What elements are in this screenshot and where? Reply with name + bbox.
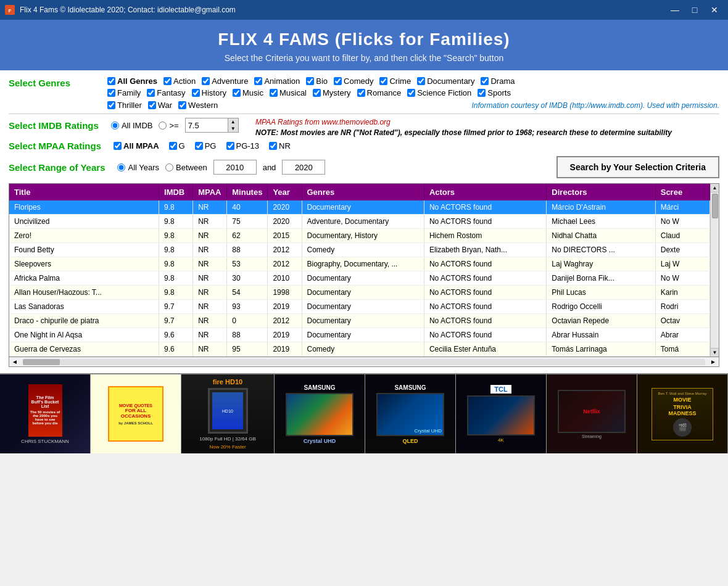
table-cell: Abrar Hussain bbox=[547, 328, 655, 342]
genre-family[interactable]: Family bbox=[107, 88, 141, 97]
imdb-spin-up[interactable]: ▲ bbox=[228, 118, 238, 125]
titlebar-left: F Flix 4 Fams © Idiolectable 2020; Conta… bbox=[5, 5, 236, 15]
mpaa-g[interactable]: G bbox=[169, 141, 185, 151]
ad-filmbuff[interactable]: The Film Buff's Bucket List The 50 movie… bbox=[0, 374, 91, 453]
all-years-text: All Years bbox=[128, 163, 159, 172]
table-cell: Guerra de Cervezas bbox=[9, 342, 159, 357]
genre-war[interactable]: War bbox=[148, 101, 172, 110]
horizontal-scrollbar[interactable]: ◄ ► bbox=[9, 357, 719, 367]
genre-scifi[interactable]: Science Fiction bbox=[407, 88, 471, 97]
genre-comedy[interactable]: Comedy bbox=[334, 76, 373, 86]
imdb-gte-radio-label[interactable]: >= bbox=[159, 121, 178, 130]
genre-animation[interactable]: Animation bbox=[254, 76, 300, 86]
scroll-left-button[interactable]: ◄ bbox=[9, 358, 20, 365]
table-cell: No ACTORS found bbox=[424, 257, 546, 271]
genre-row-3: Thriller War Western bbox=[107, 101, 221, 110]
imdb-gte-radio[interactable] bbox=[159, 122, 167, 130]
genre-adventure[interactable]: Adventure bbox=[202, 76, 248, 86]
scroll-up-button[interactable]: ▲ bbox=[711, 184, 719, 192]
genre-mystery[interactable]: Mystery bbox=[313, 88, 351, 97]
table-row[interactable]: Africka Palma9.8NR302010DocumentaryNo AC… bbox=[9, 271, 710, 286]
table-cell: 54 bbox=[227, 286, 268, 300]
main-content: Select Genres All Genres Action Adventur… bbox=[0, 70, 728, 373]
between-radio[interactable] bbox=[165, 163, 173, 171]
imdb-spin-down[interactable]: ▼ bbox=[228, 125, 238, 132]
table-row[interactable]: Las Sanadoras9.7NR932019DocumentaryNo AC… bbox=[9, 300, 710, 314]
table-cell: 9.8 bbox=[159, 257, 193, 271]
h-scroll-thumb[interactable] bbox=[23, 359, 60, 365]
table-row[interactable]: Guerra de Cervezas9.6NR952019ComedyCecil… bbox=[9, 342, 710, 357]
ad-netflix[interactable]: Netflix Streaming bbox=[547, 374, 637, 453]
ad-samsung-uhd[interactable]: SAMSUNG Crystal UHD bbox=[275, 374, 365, 453]
maximize-button[interactable]: □ bbox=[686, 3, 703, 17]
col-header-genres: Genres bbox=[302, 184, 424, 200]
table-cell: Rodri bbox=[655, 300, 709, 314]
table-cell: 9.8 bbox=[159, 200, 193, 215]
table-cell: Draco - chipurile de piatra bbox=[9, 314, 159, 328]
results-table: Title IMDB MPAA Minutes Year Genres Acto… bbox=[9, 184, 710, 357]
search-button[interactable]: Search by Your Selection Criteria bbox=[556, 156, 719, 178]
mpaa-nr[interactable]: NR bbox=[269, 141, 291, 151]
scroll-down-button[interactable]: ▼ bbox=[711, 348, 719, 357]
genre-bio[interactable]: Bio bbox=[306, 76, 328, 86]
scroll-right-button[interactable]: ► bbox=[708, 358, 719, 365]
table-row[interactable]: Allan Houser/Haozous: T...9.8NR541998Doc… bbox=[9, 286, 710, 300]
col-header-actors: Actors bbox=[424, 184, 546, 200]
imdb-spinner[interactable]: ▲ ▼ bbox=[185, 118, 239, 133]
col-header-mpaa: MPAA bbox=[193, 184, 227, 200]
samsung-tv-screen bbox=[286, 393, 354, 436]
mpaa-pg13[interactable]: PG-13 bbox=[226, 141, 260, 151]
table-row[interactable]: Floripes9.8NR402020DocumentaryNo ACTORS … bbox=[9, 200, 710, 215]
genre-drama[interactable]: Drama bbox=[481, 76, 515, 86]
minimize-button[interactable]: — bbox=[666, 3, 684, 17]
mpaa-all[interactable]: All MPAA bbox=[114, 141, 159, 151]
imdb-spin-buttons[interactable]: ▲ ▼ bbox=[228, 118, 239, 133]
genre-sports[interactable]: Sports bbox=[478, 88, 511, 97]
tcl-screen bbox=[467, 395, 535, 435]
genre-action[interactable]: Action bbox=[163, 76, 196, 86]
titlebar-controls[interactable]: — □ ✕ bbox=[666, 3, 723, 17]
genre-thriller[interactable]: Thriller bbox=[107, 101, 142, 110]
app-subtitle: Select the Criteria you want to filter b… bbox=[12, 53, 716, 63]
genre-fantasy[interactable]: Fantasy bbox=[147, 88, 185, 97]
ad-movie-trivia[interactable]: Ben T. Wall and Steve Murray MOVIE TRIVI… bbox=[637, 374, 728, 453]
table-cell: 2019 bbox=[268, 342, 302, 357]
vertical-scrollbar[interactable]: ▲ ▼ bbox=[710, 184, 719, 357]
scroll-thumb[interactable] bbox=[712, 194, 718, 218]
all-years-radio-label[interactable]: All Years bbox=[117, 163, 159, 172]
genre-documentary[interactable]: Documentary bbox=[417, 76, 474, 86]
imdb-all-radio-label[interactable]: All IMDB bbox=[111, 121, 153, 130]
table-cell: No ACTORS found bbox=[424, 200, 546, 215]
genre-western[interactable]: Western bbox=[178, 101, 218, 110]
table-cell: 2020 bbox=[268, 200, 302, 215]
table-row[interactable]: Sleepovers9.8NR532012Biography, Document… bbox=[9, 257, 710, 271]
genre-music[interactable]: Music bbox=[233, 88, 263, 97]
genre-history[interactable]: History bbox=[192, 88, 226, 97]
ad-samsung-qled[interactable]: SAMSUNG Crystal UHD QLED bbox=[365, 374, 456, 453]
all-years-radio[interactable] bbox=[117, 163, 125, 171]
table-cell: Abrar bbox=[655, 328, 709, 342]
table-row[interactable]: One Night in Al Aqsa9.6NR882019Documenta… bbox=[9, 328, 710, 342]
genre-romance[interactable]: Romance bbox=[357, 88, 402, 97]
table-cell: No ACTORS found bbox=[424, 215, 546, 229]
ad-firehd[interactable]: fire HD10 HD10 1080p Full HD | 32/64 GB … bbox=[181, 374, 275, 453]
table-cell: Octav bbox=[655, 314, 709, 328]
between-radio-label[interactable]: Between bbox=[165, 163, 207, 172]
imdb-all-radio[interactable] bbox=[111, 122, 119, 130]
year-to-input[interactable] bbox=[282, 160, 325, 175]
mpaa-pg[interactable]: PG bbox=[195, 141, 217, 151]
table-row[interactable]: Zero!9.8NR622015Documentary, HistoryHich… bbox=[9, 229, 710, 243]
close-button[interactable]: ✕ bbox=[706, 3, 723, 17]
genre-all-genres[interactable]: All Genres bbox=[107, 76, 157, 86]
table-row[interactable]: Found Betty9.8NR882012ComedyElizabeth Br… bbox=[9, 243, 710, 257]
genre-musical[interactable]: Musical bbox=[270, 88, 307, 97]
table-cell: Allan Houser/Haozous: T... bbox=[9, 286, 159, 300]
year-from-input[interactable] bbox=[213, 160, 257, 175]
imdb-ratings-label: Select IMDB Ratings bbox=[9, 120, 99, 131]
ad-tcl[interactable]: TCL 4K bbox=[456, 374, 547, 453]
table-row[interactable]: Draco - chipurile de piatra9.7NR02012Doc… bbox=[9, 314, 710, 328]
table-row[interactable]: Uncivilized9.8NR752020Adventure, Documen… bbox=[9, 215, 710, 229]
genre-crime[interactable]: Crime bbox=[379, 76, 411, 86]
ad-quotes[interactable]: MOVIE QUOTES FOR ALL OCCASIONS by JAMES … bbox=[91, 374, 181, 453]
imdb-value-input[interactable] bbox=[185, 118, 228, 133]
